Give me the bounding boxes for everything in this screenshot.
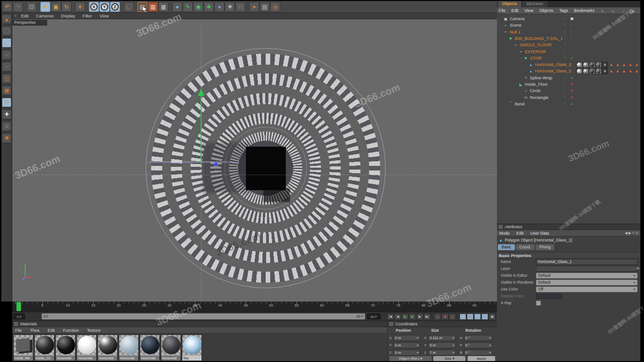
material-swatch-8[interactable]: Sky xyxy=(182,335,202,361)
add-deformer-button[interactable]: ∷ xyxy=(235,2,246,12)
visible-in-editor-dropdown[interactable]: Default ▼ xyxy=(536,273,638,279)
expand-caret-icon[interactable]: ◦ xyxy=(509,44,513,47)
thea-tag-icon[interactable]: ▲ xyxy=(628,69,633,73)
tab-objects[interactable]: Objects xyxy=(498,0,521,7)
tree-row-camera[interactable]: ▣Camera∶▣ xyxy=(497,16,640,22)
thea-tag-icon[interactable]: ▲ xyxy=(616,69,620,73)
materials-menu-edit[interactable]: Edit xyxy=(45,328,60,333)
play-forwards-button[interactable]: ▶ xyxy=(409,313,416,320)
thea-tag-icon[interactable]: ▲ xyxy=(622,69,626,73)
tree-row-exterior[interactable]: ◦⌐EXTERIOR∶∶ xyxy=(497,49,640,55)
visibility-dots[interactable]: ∶ xyxy=(564,82,565,87)
materials-menu-function[interactable]: Function xyxy=(60,328,85,333)
visible-in-renderer-dropdown[interactable]: Default ▼ xyxy=(536,280,638,285)
size-value-field[interactable]: 5 m◂▸ xyxy=(428,342,456,348)
expand-caret-icon[interactable]: ◦ xyxy=(504,37,508,40)
viewport-canvas[interactable] xyxy=(12,26,497,302)
add-generator-button[interactable]: ◉ xyxy=(193,2,203,12)
name-field[interactable]: Horizontal_Glass_1 xyxy=(536,259,638,265)
objects-menu-bookmarks[interactable]: Bookmarks xyxy=(572,8,599,13)
attributes-tab-basic[interactable]: Basic xyxy=(498,244,515,250)
y-axis-arrow[interactable] xyxy=(198,89,204,96)
viewport-menu-cameras[interactable]: Cameras xyxy=(33,13,59,18)
render-state-mark[interactable]: ✕ xyxy=(570,82,574,87)
tree-row-inside-floor[interactable]: ◦◣Inside_Floor∶✕∶ xyxy=(497,81,640,88)
thea-tag-icon[interactable]: ▲ xyxy=(609,62,613,67)
phong-tag-icon[interactable]: ✕ xyxy=(602,62,608,68)
material-swatch-1[interactable]: Inside_Co xyxy=(34,335,55,361)
timeline-ruler[interactable]: 51015202530354045505560657075808590 xyxy=(12,302,497,312)
tree-row-null-1[interactable]: ◦⌐Null 1∶∶ xyxy=(497,29,640,35)
stepper-icon[interactable]: ◂▸ xyxy=(489,335,491,340)
render-state-mark[interactable]: ▣ xyxy=(570,16,574,21)
tab-structure[interactable]: Structure xyxy=(522,0,547,7)
render-state-mark[interactable]: ✓ xyxy=(570,102,574,106)
stepper-icon[interactable]: ◂▸ xyxy=(452,343,455,348)
render-picture-viewer-button[interactable]: ▥ xyxy=(148,2,158,12)
visibility-dots[interactable]: ∶ xyxy=(564,95,565,100)
layer-browse-icon[interactable]: ⊙ xyxy=(636,266,639,270)
render-state-mark[interactable]: ∶ xyxy=(570,36,571,41)
material-swatch-7[interactable]: Horizontal xyxy=(161,335,181,361)
layer-field[interactable] xyxy=(536,266,638,272)
tree-row-b20-building-t-sol-1[interactable]: ◦■B20_BUILDING_T-SOL_1∶∶ xyxy=(497,35,640,42)
materials-menu-texture[interactable]: Texture xyxy=(84,328,106,333)
attributes-tab-coord[interactable]: Coord. xyxy=(516,244,535,250)
coord-size-dropdown[interactable]: Size ▾ xyxy=(433,356,465,362)
object-origin-point[interactable] xyxy=(214,162,218,166)
position-value-field[interactable]: 0 m◂▸ xyxy=(393,342,420,348)
material-tag-icon[interactable] xyxy=(589,62,595,68)
visibility-dots[interactable]: ∶ xyxy=(564,88,565,93)
go-to-end-button[interactable]: ▶| xyxy=(424,313,431,320)
attributes-corner-icons[interactable]: ◀ ▶ ≡ ⊡ xyxy=(625,231,639,235)
current-frame-field[interactable]: 0 F xyxy=(13,313,25,319)
tree-row-circle[interactable]: ○Circle∶✕ xyxy=(497,88,640,94)
rotation-value-field[interactable]: 0 °◂▸ xyxy=(464,335,492,341)
stepper-icon[interactable]: ◂▸ xyxy=(452,335,455,340)
timeline-playhead[interactable] xyxy=(16,302,21,311)
uv-mode-button[interactable]: ⬠ xyxy=(2,98,11,107)
rotation-value-field[interactable]: 0 °◂▸ xyxy=(464,342,492,348)
keyframe-position-toggle[interactable]: ✚ xyxy=(459,313,466,320)
tree-row-rectangle[interactable]: ▭Rectangle∶✕ xyxy=(497,94,640,101)
objects-menu-file[interactable]: File xyxy=(497,8,510,13)
add-environment-button[interactable]: ● xyxy=(214,2,224,12)
size-value-field[interactable]: 7 m◂▸ xyxy=(428,350,456,356)
make-editable-button[interactable]: ▲ xyxy=(2,14,11,24)
tree-row-stair[interactable]: ◦■STAIR∶✓ xyxy=(497,55,640,61)
render-state-mark[interactable]: ∶ xyxy=(570,23,571,27)
coordinate-system-button[interactable]: ∟ xyxy=(124,2,134,12)
render-state-mark[interactable]: ✓ xyxy=(570,56,574,60)
material-tag-icon[interactable] xyxy=(595,62,601,68)
viewport-camera-label[interactable]: Perspective xyxy=(12,20,47,26)
expand-caret-icon[interactable]: ◦ xyxy=(499,24,503,27)
rotation-value-field[interactable]: 0 °◂▸ xyxy=(464,350,492,356)
enable-axis-button[interactable]: ✚ xyxy=(2,110,11,119)
thea-tag-icon[interactable]: ▲ xyxy=(622,62,626,67)
keyframe-parameter-toggle[interactable]: ▢ xyxy=(481,313,488,320)
undo-button[interactable]: ↶ xyxy=(2,2,12,12)
stepper-icon[interactable]: ◂▸ xyxy=(416,350,419,355)
snap-settings-button[interactable]: ✱ xyxy=(2,133,11,143)
material-tag-icon[interactable] xyxy=(595,68,601,74)
layout-panel-button[interactable]: ▤ xyxy=(260,2,270,12)
x-axis-lock-button[interactable]: X xyxy=(89,2,99,12)
viewport-solo-button[interactable]: ⊠ xyxy=(2,121,11,131)
viewport-menu-edit[interactable]: Edit xyxy=(19,13,33,18)
previous-frame-button[interactable]: ◀ xyxy=(394,313,401,320)
visibility-dots[interactable]: ∶ xyxy=(564,30,565,34)
record-keyframe-button[interactable]: ● xyxy=(434,313,441,320)
live-selection-button[interactable]: ⊡ xyxy=(27,2,37,12)
stepper-icon[interactable]: ◂▸ xyxy=(489,343,491,348)
coord-apply-button[interactable]: Apply xyxy=(468,356,495,362)
y-axis-lock-button[interactable]: Y xyxy=(99,2,109,12)
expand-caret-icon[interactable]: ◦ xyxy=(514,83,518,86)
material-tag-icon[interactable] xyxy=(583,68,589,74)
y-axis-handle[interactable] xyxy=(201,95,202,165)
z-axis-lock-button[interactable]: Z xyxy=(110,2,120,12)
keyframe-scale-toggle[interactable]: ● xyxy=(467,313,474,320)
thea-tag-icon[interactable]: ▲ xyxy=(635,62,639,67)
render-state-mark[interactable]: ∶ xyxy=(570,69,571,73)
play-backwards-button[interactable]: ▶ xyxy=(402,313,409,320)
stepper-icon[interactable]: ◂▸ xyxy=(489,350,491,355)
